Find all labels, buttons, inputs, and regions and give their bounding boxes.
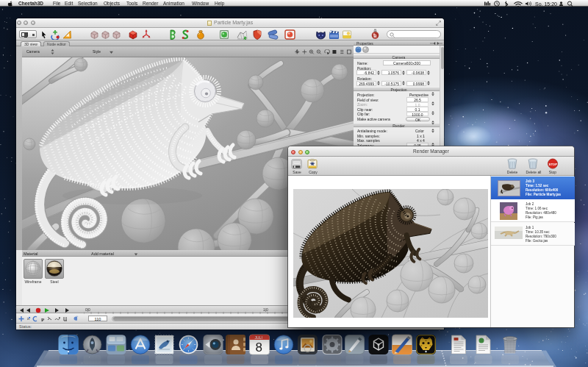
svg-text:P: P xyxy=(41,317,45,323)
svg-text:B: B xyxy=(373,34,377,38)
svg-text:0|0: 0|0 xyxy=(85,307,90,312)
svg-text:So. 15:20: So. 15:20 xyxy=(535,1,557,6)
svg-text:JULI: JULI xyxy=(255,335,262,340)
svg-text:STOP: STOP xyxy=(549,163,558,166)
svg-text:8: 8 xyxy=(256,341,262,354)
svg-text:1|0: 1|0 xyxy=(263,307,268,312)
